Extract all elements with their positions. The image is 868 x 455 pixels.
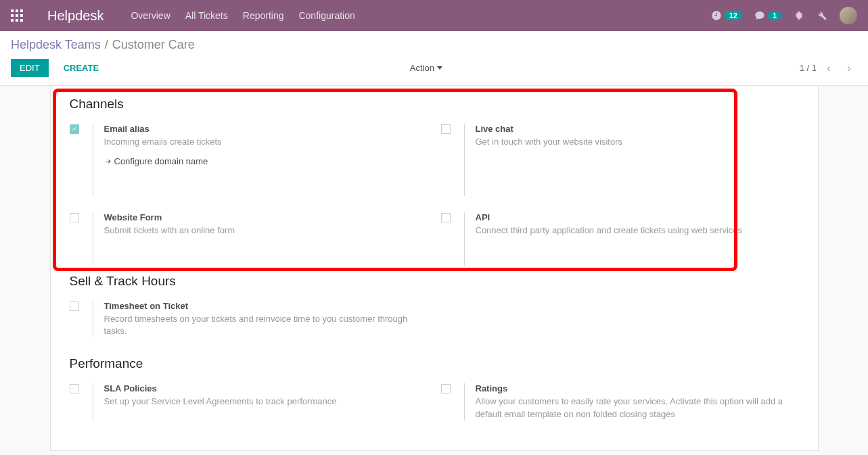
menu-reporting[interactable]: Reporting (243, 10, 284, 21)
breadcrumb-parent[interactable]: Helpdesk Teams (11, 38, 101, 52)
activity-count: 12 (725, 11, 742, 20)
configure-domain-link[interactable]: Configure domain name (104, 156, 208, 166)
setting-website-form: Website Form Submit tickets with an onli… (70, 212, 428, 266)
menu-overview[interactable]: Overview (131, 10, 170, 21)
activity-indicator[interactable]: 12 (711, 10, 742, 21)
bug-icon[interactable] (794, 10, 804, 21)
apps-icon[interactable] (11, 9, 23, 22)
edit-button[interactable]: EDIT (11, 59, 49, 77)
section-channels: Channels Email alias Incoming emails cre… (51, 86, 818, 266)
setting-title: Email alias (104, 124, 428, 134)
setting-desc: Connect third party application and crea… (476, 224, 799, 237)
checkbox-live-chat[interactable] (441, 124, 451, 134)
check-icon (71, 126, 78, 133)
setting-email-alias: Email alias Incoming emails create ticke… (70, 124, 428, 196)
menu-configuration[interactable]: Configuration (298, 10, 355, 21)
top-navbar: Helpdesk Overview All Tickets Reporting … (0, 0, 868, 31)
pager-prev[interactable]: ‹ (821, 60, 837, 76)
setting-title: Live chat (476, 124, 799, 134)
checkbox-api[interactable] (441, 213, 451, 222)
section-title-sell-track: Sell & Track Hours (70, 274, 799, 289)
checkbox-sla[interactable] (70, 384, 79, 393)
main-menu: Overview All Tickets Reporting Configura… (131, 10, 355, 21)
form-area: Channels Email alias Incoming emails cre… (0, 86, 868, 451)
setting-timesheet: Timesheet on Ticket Record timesheets on… (70, 301, 428, 337)
form-sheet: Channels Email alias Incoming emails cre… (50, 86, 819, 451)
section-sell-track: Sell & Track Hours Timesheet on Ticket R… (51, 266, 818, 337)
checkbox-ratings[interactable] (441, 384, 451, 393)
setting-live-chat: Live chat Get in touch with your website… (441, 124, 799, 196)
section-performance: Performance SLA Policies Set up your Ser… (51, 337, 818, 420)
setting-title: Timesheet on Ticket (104, 301, 428, 311)
setting-title: API (476, 212, 799, 222)
setting-title: Ratings (476, 383, 799, 393)
setting-title: Website Form (104, 212, 428, 222)
setting-title: SLA Policies (104, 383, 428, 393)
messages-indicator[interactable]: 1 (754, 10, 781, 21)
breadcrumb-current: Customer Care (112, 38, 195, 52)
checkbox-timesheet[interactable] (70, 302, 79, 311)
control-panel: Helpdesk Teams / Customer Care EDIT CREA… (0, 31, 868, 86)
clock-icon (711, 10, 722, 21)
arrow-right-icon (104, 158, 112, 165)
section-title-channels: Channels (70, 97, 799, 112)
avatar[interactable] (840, 7, 857, 24)
chevron-down-icon (437, 66, 442, 70)
pager: 1 / 1 ‹ › (800, 60, 857, 76)
action-label: Action (410, 63, 434, 73)
create-button[interactable]: CREATE (55, 59, 107, 76)
checkbox-email-alias[interactable] (70, 124, 79, 134)
breadcrumb: Helpdesk Teams / Customer Care (11, 38, 857, 52)
setting-ratings: Ratings Allow your customers to easily r… (441, 383, 799, 420)
setting-desc: Record timesheets on your tickets and re… (104, 313, 428, 337)
menu-all-tickets[interactable]: All Tickets (185, 10, 228, 21)
navbar-right: 12 1 (711, 7, 857, 24)
chat-icon (754, 10, 765, 21)
pager-next[interactable]: › (841, 60, 857, 76)
setting-api: API Connect third party application and … (441, 212, 799, 266)
action-dropdown[interactable]: Action (410, 63, 442, 73)
setting-desc: Set up your Service Level Agreements to … (104, 396, 428, 408)
section-title-performance: Performance (70, 356, 799, 371)
setting-desc: Incoming emails create tickets (104, 136, 428, 148)
setting-desc: Allow your customers to easily rate your… (476, 396, 799, 420)
wrench-icon[interactable] (817, 10, 827, 21)
setting-desc: Get in touch with your website visitors (476, 136, 799, 148)
setting-sla: SLA Policies Set up your Service Level A… (70, 383, 428, 420)
pager-text: 1 / 1 (800, 63, 817, 73)
messages-count: 1 (768, 11, 781, 20)
checkbox-website-form[interactable] (70, 213, 79, 222)
app-brand[interactable]: Helpdesk (47, 8, 104, 24)
setting-desc: Submit tickets with an online form (104, 224, 428, 237)
breadcrumb-separator: / (105, 38, 108, 52)
